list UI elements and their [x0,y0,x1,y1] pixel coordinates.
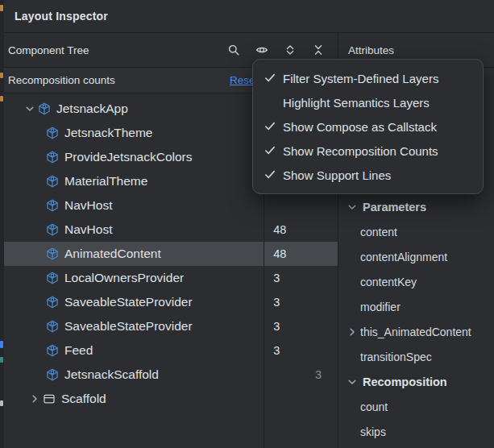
attribute-contentalignment[interactable]: contentAlignment [338,244,494,269]
recomposition-count: 3 [263,344,301,357]
view-options-menu: Filter System-Defined LayersHighlight Se… [252,59,484,194]
tree-node-label: MaterialTheme [64,174,147,189]
chevron-right-icon [346,326,359,338]
compose-node-icon [46,199,59,212]
menu-item-filter-system-defined-layers[interactable]: Filter System-Defined Layers [253,66,483,90]
compose-node-icon [46,175,59,188]
compose-node-icon [38,102,51,115]
tree-node: JetsnackTheme [4,126,263,140]
tree-node: Feed [4,343,263,358]
attribute-transitionspec[interactable]: transitionSpec [338,344,494,369]
search-button[interactable] [226,43,241,57]
tool-window-titlebar: Layout Inspector [0,0,494,33]
tree-node: AnimatedContent [4,247,263,261]
attribute-content[interactable]: content [338,219,494,244]
menu-item-show-compose-as-callstack[interactable]: Show Compose as Callstack [253,114,483,139]
tree-node: SaveableStateProvider [4,319,263,334]
chevron-down-icon [346,375,359,388]
compose-node-icon [46,344,59,357]
tree-row-navhost[interactable]: NavHost [4,193,338,218]
expand-all-icon [284,44,297,56]
tree-node-label: JetsnackTheme [64,126,152,140]
visibility-eye-icon [255,44,268,56]
chevron-down-icon [23,102,36,115]
tree-row-navhost[interactable]: NavHost48 [4,218,338,242]
component-tree-title: Component Tree [8,44,89,56]
recomposition-counts-label: Recomposition counts [8,74,115,86]
recomposition-count: 3 [263,296,301,309]
tree-node: JetsnackScaffold [4,367,263,382]
search-icon [227,44,240,56]
tree-node: MaterialTheme [4,174,263,189]
compose-node-icon [46,223,59,236]
visibility-eye-button[interactable] [255,43,269,57]
recomposition-count: 48 [263,247,301,260]
checkmark-icon [264,144,276,157]
tree-node-label: Feed [64,343,93,358]
checkmark-icon [264,120,276,133]
section-recomposition[interactable]: Recomposition [338,369,494,394]
attribute-skips[interactable]: skips [338,419,494,444]
tree-node-label: LocalOwnersProvider [64,271,184,285]
compose-node-icon [46,272,59,284]
tree-row-saveablestateprovider[interactable]: SaveableStateProvider3 [4,290,338,314]
ide-gutter [0,0,4,448]
gutter-mark [0,341,3,348]
menu-item-show-recomposition-counts[interactable]: Show Recomposition Counts [253,139,483,163]
checkmark-icon [264,168,276,181]
tree-row-animatedcontent[interactable]: AnimatedContent48 [4,242,338,266]
section-parameters[interactable]: Parameters [338,194,494,219]
tree-row-feed[interactable]: Feed3 [4,338,338,363]
expand-all-button[interactable] [283,43,297,57]
check-slot [264,120,276,133]
tree-row-localownersprovider[interactable]: LocalOwnersProvider3 [4,266,338,290]
recomposition-count: 3 [263,272,301,284]
check-slot [264,72,276,85]
skip-count: 3 [301,368,338,381]
menu-item-show-support-lines[interactable]: Show Support Lines [253,163,483,187]
compose-node-icon [46,320,59,333]
tree-node: ProvideJetsnackColors [4,150,263,164]
gutter-mark [0,73,3,78]
tree-row-scaffold[interactable]: Scaffold [4,387,338,411]
attribute-this-animatedcontent[interactable]: this_AnimatedContent [338,319,494,344]
recomposition-count: 3 [263,320,301,333]
compose-node-icon [46,296,59,309]
attributes-title: Attributes [348,44,394,56]
tree-node: SaveableStateProvider [4,295,263,309]
chevron-down-icon [346,201,359,214]
tree-row-jetsnackscaffold[interactable]: JetsnackScaffold3 [4,363,338,387]
menu-item-highlight-semantics-layers[interactable]: Highlight Semantics Layers [253,90,483,114]
check-slot [264,144,276,157]
tree-node-label: NavHost [64,222,112,237]
tree-node-label: Scaffold [61,392,106,406]
tree-row-saveablestateprovider[interactable]: SaveableStateProvider3 [4,314,338,338]
tree-node-label: JetsnackScaffold [64,367,159,382]
gutter-mark [0,400,3,406]
view-options-menu-items: Filter System-Defined LayersHighlight Se… [253,66,483,187]
collapse-all-button[interactable] [311,43,326,57]
scaffold-node-icon [43,392,56,405]
tree-node: NavHost [4,198,263,213]
checkmark-icon [264,72,276,85]
compose-node-icon [46,151,59,164]
tree-node-label: ProvideJetsnackColors [64,150,193,164]
recomposition-count: 48 [263,223,301,236]
tree-node: NavHost [4,222,263,237]
tree-node-label: NavHost [64,198,112,213]
gutter-mark [0,96,3,102]
tree-node-label: AnimatedContent [64,247,161,261]
compose-node-icon [46,247,59,260]
tree-node: Scaffold [4,392,263,406]
tree-node: LocalOwnersProvider [4,271,263,285]
compose-node-icon [46,368,59,381]
attribute-contentkey[interactable]: contentKey [338,269,494,294]
gutter-mark [0,5,3,11]
chevron-right-icon [28,392,41,405]
attribute-count[interactable]: count [338,394,494,419]
page-title: Layout Inspector [15,10,108,23]
collapse-all-icon [312,44,325,56]
gutter-mark [0,357,3,363]
attribute-modifier[interactable]: modifier [338,294,494,319]
tree-node-label: SaveableStateProvider [64,319,193,334]
